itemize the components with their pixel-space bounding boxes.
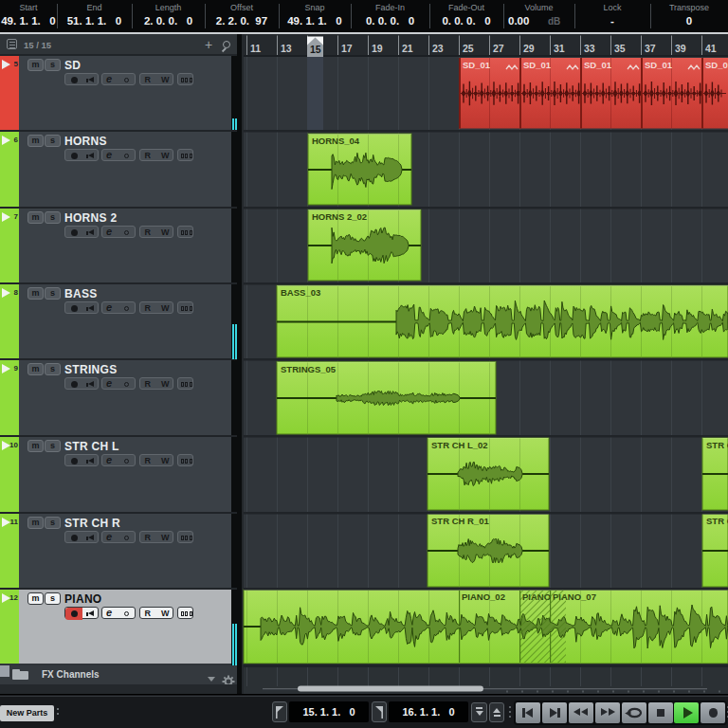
svg-text:25: 25 [463,43,474,54]
svg-text:HORNS_04: HORNS_04 [312,136,360,146]
svg-text:39: 39 [675,43,686,54]
svg-text:21: 21 [402,43,413,54]
svg-text:35: 35 [614,43,626,54]
svg-text:23: 23 [432,43,444,54]
svg-text:SD_01: SD_01 [645,60,673,70]
svg-text:37: 37 [645,43,656,54]
svg-text:SD_01: SD_01 [705,60,728,70]
svg-text:41: 41 [705,43,717,54]
svg-text:17: 17 [341,43,353,54]
svg-text:33: 33 [584,43,595,54]
svg-text:11: 11 [250,43,261,54]
svg-text:PIANO_02: PIANO_02 [462,592,505,602]
svg-text:BASS_03: BASS_03 [281,287,320,298]
svg-text:SD_01: SD_01 [584,60,612,70]
svg-text:STR C: STR C [706,516,728,526]
svg-text:STR C: STR C [706,440,728,450]
svg-text:15: 15 [310,44,321,55]
svg-text:19: 19 [372,43,383,54]
svg-text:29: 29 [523,43,535,54]
svg-text:SD_01: SD_01 [523,60,552,70]
svg-text:STRINGS_05: STRINGS_05 [281,364,337,374]
svg-text:STR CH R_01: STR CH R_01 [431,516,489,526]
svg-text:HORNS 2_02: HORNS 2_02 [312,211,367,222]
svg-text:31: 31 [554,43,565,54]
svg-text:27: 27 [493,43,504,54]
svg-text:13: 13 [281,43,292,54]
svg-text:SD_01: SD_01 [463,60,491,70]
svg-text:STR CH L_02: STR CH L_02 [431,440,488,450]
